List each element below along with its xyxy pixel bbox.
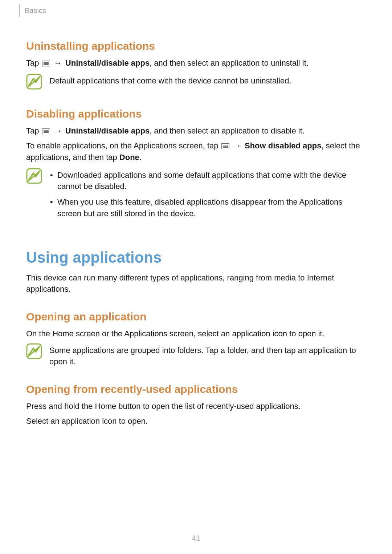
heading-using-applications: Using applications [26, 249, 366, 266]
text-fragment: To enable applications, on the Applicati… [26, 141, 221, 150]
note-row: Downloaded applications and some default… [26, 168, 366, 223]
recent-line2: Select an application icon to open. [26, 415, 366, 427]
text-fragment: , and then select an application to unin… [150, 58, 309, 67]
note-row: Some applications are grouped into folde… [26, 343, 366, 367]
text-fragment: . [139, 153, 142, 162]
note-text: Some applications are grouped into folde… [49, 343, 366, 367]
text-fragment: Tap [26, 58, 41, 67]
text-bold: Uninstall/disable apps [65, 126, 150, 135]
menu-icon [42, 128, 50, 134]
note-icon [26, 168, 42, 184]
text-bold: Done [119, 153, 139, 162]
text-fragment: , and then select an application to disa… [150, 126, 305, 135]
recent-line1: Press and hold the Home button to open t… [26, 401, 366, 412]
note-row: Default applications that come with the … [26, 74, 366, 90]
breadcrumb-bar: Basics [19, 4, 46, 17]
uninstalling-line1: Tap → Uninstall/disable apps, and then s… [26, 57, 366, 69]
heading-uninstalling: Uninstalling applications [26, 40, 366, 52]
note-icon [26, 74, 42, 90]
menu-icon [42, 61, 50, 66]
disabling-line1: Tap → Uninstall/disable apps, and then s… [26, 125, 366, 136]
heading-recent: Opening from recently-used applications [26, 383, 366, 395]
arrow-icon: → [53, 125, 63, 136]
menu-icon [221, 143, 229, 149]
text-bold: Show disabled apps [245, 141, 321, 150]
note-text-group: Downloaded applications and some default… [49, 168, 366, 223]
using-intro: This device can run many different types… [26, 272, 366, 295]
page-number: 41 [0, 534, 392, 542]
text-bold: Uninstall/disable apps [65, 58, 150, 67]
opening-body: On the Home screen or the Applications s… [26, 328, 366, 339]
note-icon [26, 343, 42, 359]
heading-opening: Opening an application [26, 311, 366, 323]
text-fragment: Tap [26, 126, 41, 135]
note-bullet: Downloaded applications and some default… [49, 169, 366, 192]
arrow-icon: → [53, 57, 63, 69]
page-content: Uninstalling applications Tap → Uninstal… [26, 40, 366, 427]
heading-disabling: Disabling applications [26, 108, 366, 120]
note-bullet: When you use this feature, disabled appl… [49, 196, 366, 219]
disabling-line2: To enable applications, on the Applicati… [26, 140, 366, 163]
arrow-icon: → [232, 140, 242, 151]
note-text: Default applications that come with the … [49, 74, 366, 86]
breadcrumb-text: Basics [25, 7, 46, 15]
